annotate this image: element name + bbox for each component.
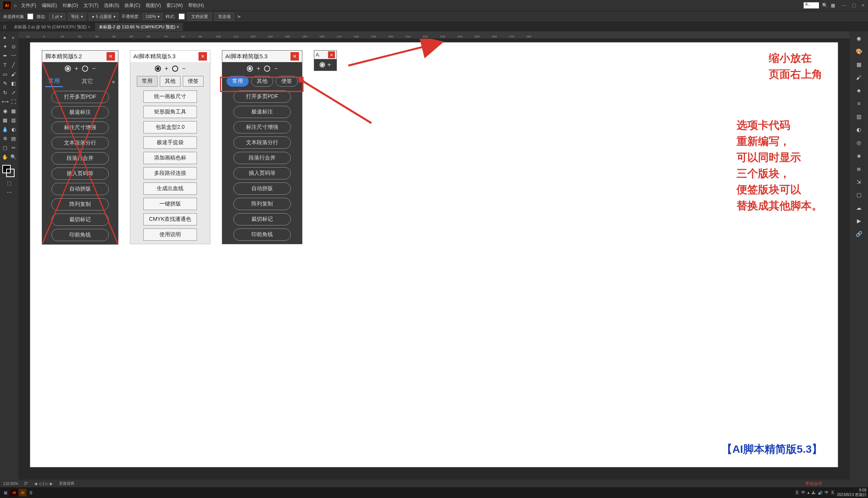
slice-tool[interactable]: ✂ [9,143,18,152]
perspective-tool[interactable]: ▦ [9,107,18,115]
opacity-dropdown[interactable]: 100% ▾ [143,13,162,20]
taskbar-app[interactable]: S [27,489,34,496]
panel-53d-tab-common[interactable]: 常用 [226,76,249,87]
btn-box-type[interactable]: 包装盒型2.0 [143,121,197,133]
eyedropper-tool[interactable]: 💧 [1,125,9,133]
tray-ime-icon[interactable]: 五 [795,490,799,495]
hand-tool[interactable]: ✋ [1,153,9,161]
panel-mini-close[interactable]: ✕ [328,51,335,58]
tray-keyboard-icon[interactable]: 五 [831,490,835,495]
radio-off-icon[interactable] [82,66,88,72]
btn-multi-path-join[interactable]: 多段路径连接 [143,167,197,179]
btn-auto-impose[interactable]: 自动拼版 [233,182,291,195]
tray-sound-icon[interactable]: 🔊 [818,491,822,495]
radio-on-icon[interactable] [155,66,161,72]
brushes-panel-icon[interactable]: 🖌 [853,72,864,83]
tab-collapse-icon[interactable]: ⟨⟨ [3,25,6,30]
close-button[interactable]: ✕ [861,3,865,8]
screen-mode-icon[interactable]: ⬚ [1,179,18,187]
btn-prepress-corner[interactable]: 印前角线 [233,228,291,241]
radio-off-icon[interactable] [264,66,270,72]
free-transform-tool[interactable]: ⛶ [9,97,18,106]
shaper-tool[interactable]: ✎ [1,79,9,87]
curvature-tool[interactable]: 〰 [9,51,18,60]
zoom-tool[interactable]: 🔍 [9,153,18,161]
links-panel-icon[interactable]: 🔗 [853,228,864,239]
doc-tab-1[interactable]: 未标题-2.ai @ 50 % (CMYK/CPU 预览) × [10,23,94,31]
menu-edit[interactable]: 编辑(E) [42,2,57,9]
btn-unify-artboard[interactable]: 统一画板尺寸 [143,90,197,103]
menu-select[interactable]: 选择(S) [104,2,119,9]
panel-53l-tab-common[interactable]: 常用 [137,76,158,87]
btn-crop-marks[interactable]: 裁切标记 [233,213,291,225]
btn-instructions[interactable]: 使用说明 [143,228,197,241]
paintbrush-tool[interactable]: 🖌 [9,70,18,78]
transparency-panel-icon[interactable]: ◐ [853,124,864,135]
btn-dim-enhance[interactable]: 标注尺寸增强 [51,122,109,134]
gradient-panel-icon[interactable]: ▥ [853,111,864,122]
type-tool[interactable]: T [1,61,9,69]
taskbar-ai-2[interactable]: Ai [19,489,26,496]
maximize-button[interactable]: ▢ [852,3,856,8]
btn-para-merge[interactable]: 段落行合并 [233,152,291,164]
btn-para-merge[interactable]: 段落行合并 [51,152,109,164]
panel-53d-tab-other[interactable]: 其他 [251,76,273,87]
btn-prepress-corner[interactable]: 印前角线 [51,229,109,241]
color-panel-icon[interactable]: 🎨 [853,46,864,57]
radio-on-icon[interactable] [320,62,325,67]
taskbar-ai-1[interactable]: Ai [10,489,18,496]
menu-help[interactable]: 帮助(H) [188,2,204,9]
menu-view[interactable]: 视图(V) [146,2,161,9]
btn-text-split[interactable]: 文本段落分行 [51,137,109,149]
btn-dim-enhance[interactable]: 标注尺寸增强 [233,121,291,133]
symbols-panel-icon[interactable]: ♣ [853,85,864,96]
style-swatch[interactable] [179,13,185,20]
fill-stroke-control[interactable] [1,165,18,179]
mesh-tool[interactable]: ▩ [1,116,9,124]
btn-bleed-line[interactable]: 生成出血线 [143,182,197,195]
menu-effect[interactable]: 效果(C) [125,2,140,9]
edit-toolbar-icon[interactable]: ⋯ [1,188,18,196]
btn-fast-annotate[interactable]: 极速标注 [233,106,291,118]
panel-53l-tab-other[interactable]: 其他 [160,76,180,87]
menu-file[interactable]: 文件(F) [21,2,36,9]
menu-type[interactable]: 文字(T) [84,2,98,9]
actions-panel-icon[interactable]: ▶ [853,215,864,226]
graphic-styles-panel-icon[interactable]: ◈ [853,150,864,161]
btn-insert-pagenum[interactable]: 插入页码等 [51,168,109,180]
radio-off-icon[interactable] [172,66,178,72]
magic-wand-tool[interactable]: ✦ [1,42,9,51]
btn-fast-annotate[interactable]: 极速标注 [51,106,109,118]
libraries-panel-icon[interactable]: ☁ [853,202,864,213]
shape-builder-tool[interactable]: ◉ [1,107,9,115]
stroke-weight-dropdown[interactable]: 1 pt ▾ [49,13,65,20]
layers-panel-icon[interactable]: ≣ [853,163,864,174]
panel-53d-tab-notes[interactable]: 便签 [276,76,298,87]
rotate-tool[interactable]: ↻ [1,88,9,97]
panel-52-expand-icon[interactable]: » [112,79,115,85]
eraser-tool[interactable]: ◧ [9,79,18,87]
menu-object[interactable]: 对象(O) [62,2,78,9]
title-search-box[interactable]: A... [804,2,819,8]
symbol-sprayer-tool[interactable]: ✲ [1,134,9,143]
menu-window[interactable]: 窗口(W) [166,2,183,9]
start-button[interactable]: ⊞ [2,489,10,497]
swatches-panel-icon[interactable]: ▦ [853,59,864,70]
minimize-button[interactable]: — [842,3,847,8]
home-icon[interactable]: ⌂ [14,3,16,8]
asset-export-panel-icon[interactable]: ⇲ [853,176,864,187]
gradient-tool[interactable]: ▥ [9,116,18,124]
pen-tool[interactable]: ✒ [1,51,9,60]
radio-on-icon[interactable] [247,66,253,72]
panel-53d-close[interactable]: ✕ [290,52,299,61]
uniform-dropdown[interactable]: 等比 ▾ [68,13,86,20]
btn-array-copy[interactable]: 阵列复制 [51,198,109,210]
artboards-panel-icon[interactable]: ▢ [853,189,864,200]
panel-52-close[interactable]: ✕ [107,52,115,61]
tray-ime2-icon[interactable]: 中 [825,490,829,495]
scale-tool[interactable]: ⤢ [9,88,18,97]
properties-panel-icon[interactable]: ◉ [853,33,864,44]
zoom-level[interactable]: 110.65% [3,482,18,486]
appearance-panel-icon[interactable]: ◎ [853,137,864,148]
radio-on-icon[interactable] [65,66,71,72]
